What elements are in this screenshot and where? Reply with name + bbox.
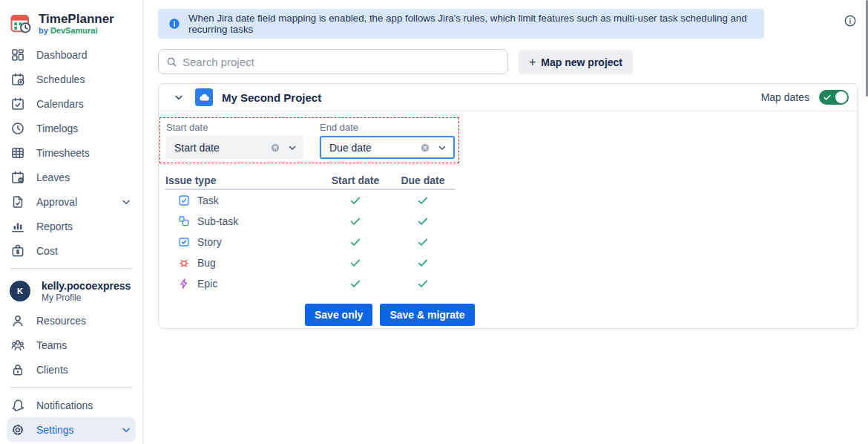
sidebar-item-label: Timesheets — [36, 147, 132, 159]
person-icon — [10, 313, 25, 328]
toggle-knob — [835, 91, 847, 103]
cost-bag-icon — [10, 244, 25, 258]
chevron-down-icon — [287, 143, 297, 153]
card-actions: Save only Save & migrate — [305, 304, 858, 326]
start-date-field-group: Start date Start date — [166, 122, 303, 163]
plus-icon: + — [529, 56, 536, 69]
collapse-chevron-icon[interactable] — [173, 91, 185, 103]
sidebar-item-label: Reports — [36, 221, 132, 232]
project-title: My Second Project — [222, 91, 761, 104]
main-content: When Jira date field mapping is enabled,… — [143, 0, 868, 444]
sidebar-item-reports[interactable]: Reports — [0, 214, 142, 238]
map-dates-toggle[interactable] — [819, 90, 849, 105]
dashboard-icon — [10, 48, 25, 62]
sidebar-item-label: Resources — [36, 315, 132, 327]
sidebar-item-calendars[interactable]: Calendars — [0, 91, 142, 116]
profile-item[interactable]: K kelly.pocoexpress My Profile — [0, 274, 142, 308]
column-header-start-date: Start date — [320, 174, 391, 186]
sidebar-item-resources[interactable]: Resources — [0, 308, 142, 333]
map-new-project-button[interactable]: + Map new project — [519, 50, 633, 74]
table-row-epic: Epic — [165, 273, 455, 294]
check-icon — [349, 257, 361, 269]
save-and-migrate-button[interactable]: Save & migrate — [380, 304, 474, 326]
sidebar-item-notifications[interactable]: Notifications — [0, 393, 142, 417]
end-date-select[interactable]: Due date — [320, 136, 455, 159]
sidebar-item-clients[interactable]: Clients — [0, 357, 142, 382]
sidebar-item-timesheets[interactable]: Timesheets — [0, 140, 142, 165]
task-icon — [178, 195, 190, 206]
table-row-bug: Bug — [165, 252, 455, 273]
search-input[interactable] — [183, 56, 500, 68]
clock-icon — [10, 121, 25, 136]
table-icon — [10, 146, 25, 160]
sidebar-item-teams[interactable]: Teams — [0, 333, 142, 357]
sidebar-item-timelogs[interactable]: Timelogs — [0, 116, 142, 140]
profile-subtitle: My Profile — [42, 293, 131, 303]
map-dates-label: Map dates — [761, 91, 809, 103]
app-byline: by DevSamurai — [39, 26, 114, 35]
sidebar-divider — [10, 387, 132, 388]
story-icon — [178, 236, 190, 248]
check-icon — [349, 215, 361, 227]
project-card-header: My Second Project Map dates — [159, 84, 858, 111]
sidebar-item-label: Dashboard — [36, 49, 132, 61]
issue-type-table: Issue type Start date Due date Task — [165, 172, 455, 294]
calendar-check-icon — [10, 97, 25, 111]
cloud-icon — [198, 91, 211, 104]
map-new-project-label: Map new project — [541, 56, 622, 68]
sidebar-item-label: Schedules — [36, 74, 132, 85]
start-date-label: Start date — [166, 122, 303, 133]
sidebar-item-approval[interactable]: Approval — [0, 189, 142, 214]
end-date-value: Due date — [329, 142, 420, 154]
project-card: My Second Project Map dates Start date S… — [158, 83, 858, 329]
save-only-button[interactable]: Save only — [305, 304, 372, 326]
chevron-down-icon — [437, 143, 447, 153]
sidebar-item-cost[interactable]: Cost — [0, 238, 142, 263]
calendar-minus-icon — [10, 170, 25, 185]
issue-type-label: Bug — [197, 257, 216, 269]
sidebar-item-label: Teams — [36, 339, 132, 351]
sidebar-item-label: Approval — [36, 196, 120, 208]
sidebar-item-leaves[interactable]: Leaves — [0, 165, 142, 189]
bell-icon — [10, 398, 25, 413]
sidebar-item-label: Calendars — [36, 98, 132, 110]
check-icon — [349, 236, 361, 248]
table-row-story: Story — [165, 232, 455, 252]
sidebar-item-label: Notifications — [36, 399, 132, 411]
search-project-box — [158, 49, 508, 74]
avatar: K — [10, 281, 30, 301]
sidebar-item-settings[interactable]: Settings — [7, 417, 136, 442]
chevron-down-icon — [120, 196, 132, 208]
column-header-due-date: Due date — [391, 174, 455, 186]
check-icon — [417, 278, 429, 290]
info-outline-icon[interactable] — [844, 14, 857, 27]
clear-icon[interactable] — [420, 143, 430, 153]
bug-icon — [178, 257, 190, 269]
table-row-subtask: Sub-task — [165, 211, 455, 232]
check-icon — [417, 257, 429, 269]
check-icon — [417, 195, 429, 206]
end-date-field-group: End date Due date — [320, 122, 455, 163]
subtask-icon — [178, 215, 190, 227]
clear-icon[interactable] — [270, 143, 280, 153]
start-date-value: Start date — [174, 142, 270, 154]
sidebar-item-schedules[interactable]: Schedules — [0, 67, 142, 91]
document-check-icon — [10, 195, 25, 209]
info-banner: When Jira date field mapping is enabled,… — [158, 9, 764, 39]
table-header-row: Issue type Start date Due date — [165, 172, 455, 190]
lock-icon — [10, 362, 25, 377]
sidebar-item-dashboard[interactable]: Dashboard — [0, 42, 142, 67]
start-date-select[interactable]: Start date — [166, 136, 303, 159]
end-date-label: End date — [320, 122, 455, 133]
search-icon — [166, 56, 177, 68]
issue-type-label: Story — [197, 236, 222, 248]
toggle-check-icon — [823, 93, 832, 102]
timeplanner-app: TimePlanner by DevSamurai Dashboard Sche… — [0, 0, 868, 444]
sidebar-divider — [10, 268, 132, 269]
project-card-body: Start date Start date End date Due date — [159, 111, 858, 326]
sidebar: TimePlanner by DevSamurai Dashboard Sche… — [0, 0, 143, 444]
column-header-issue-type: Issue type — [165, 174, 320, 186]
calendar-plus-icon — [10, 72, 25, 87]
app-title: TimePlanner — [39, 12, 114, 26]
table-row-task: Task — [165, 190, 455, 211]
